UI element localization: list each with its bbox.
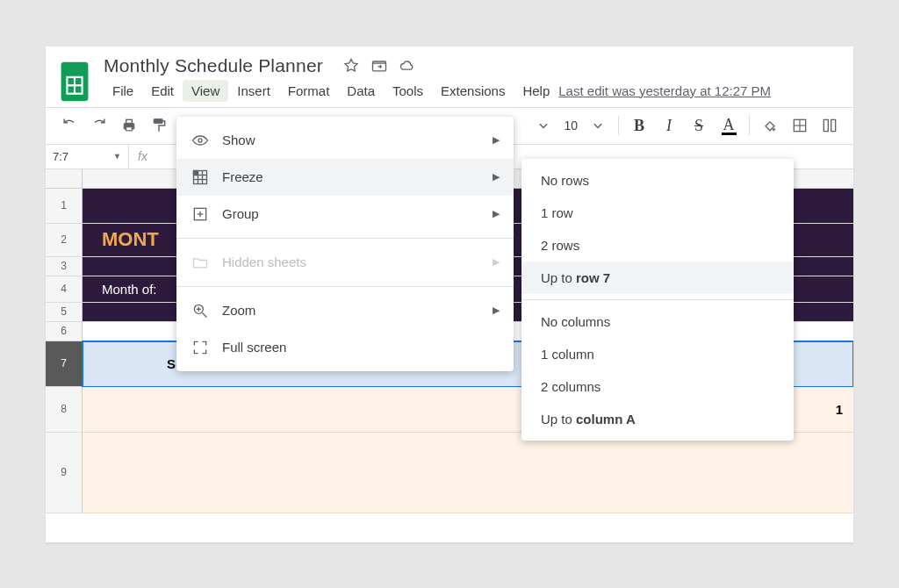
separator <box>618 116 619 135</box>
folder-icon <box>191 253 210 272</box>
menu-edit[interactable]: Edit <box>142 80 183 102</box>
menu-format[interactable]: Format <box>279 80 339 102</box>
bold-button[interactable]: B <box>626 112 652 139</box>
freeze-menu-item[interactable]: No columns <box>521 305 794 338</box>
freeze-menu-item[interactable]: Up to row 7 <box>521 262 794 294</box>
paint-format-icon[interactable] <box>146 112 172 139</box>
view-menu: Show▶Freeze▶Group▶Hidden sheets▶Zoom▶Ful… <box>176 117 514 371</box>
row-header[interactable]: 7 <box>46 341 83 387</box>
select-all-corner[interactable] <box>46 169 83 188</box>
move-to-icon[interactable] <box>370 57 388 75</box>
menu-file[interactable]: File <box>104 80 142 102</box>
menu-divider <box>176 286 514 287</box>
cell[interactable] <box>515 433 853 513</box>
menu-divider <box>521 299 794 300</box>
svg-line-23 <box>203 312 207 317</box>
menu-label: Up to column A <box>541 412 636 427</box>
menu-label: Group <box>222 206 259 221</box>
menu-label: Full screen <box>222 340 286 355</box>
name-box[interactable]: 7:7 ▼ <box>46 150 128 163</box>
menu-label: 1 row <box>541 205 573 220</box>
view-menu-item: Hidden sheets▶ <box>176 244 514 281</box>
row-header[interactable]: 3 <box>46 257 83 276</box>
strike-button[interactable]: S <box>686 112 712 139</box>
menu-help[interactable]: Help <box>514 80 558 102</box>
cell[interactable] <box>298 433 514 513</box>
merge-icon[interactable] <box>816 112 843 139</box>
row-header[interactable]: 1 <box>46 189 83 224</box>
menu-label: 2 rows <box>541 238 579 253</box>
chevron-right-icon: ▶ <box>493 171 500 183</box>
menu-label: Freeze <box>222 169 263 184</box>
fx-label: fx <box>128 145 156 169</box>
menu-bar: FileEditViewInsertFormatDataToolsExtensi… <box>104 76 780 109</box>
sheets-logo[interactable] <box>58 55 91 108</box>
svg-rect-18 <box>194 170 198 175</box>
freeze-submenu: No rows1 row2 rowsUp to row 7No columns1… <box>521 159 794 441</box>
font-caret-icon[interactable] <box>530 112 557 139</box>
svg-rect-8 <box>154 119 162 124</box>
app-window: Monthly Schedule Planner FileEditViewIns… <box>46 47 853 542</box>
font-size-value[interactable]: 10 <box>558 118 583 133</box>
row-header[interactable]: 6 <box>46 322 83 341</box>
edit-history-link[interactable]: Last edit was yesterday at 12:27 PM <box>558 83 771 98</box>
menu-label: 2 columns <box>541 379 601 394</box>
view-menu-item[interactable]: Freeze▶ <box>176 159 514 196</box>
row-header[interactable]: 9 <box>46 433 83 513</box>
freeze-menu-item[interactable]: 1 row <box>521 197 794 229</box>
cell[interactable] <box>298 387 514 433</box>
font-size-caret-icon[interactable] <box>585 112 611 139</box>
menu-extensions[interactable]: Extensions <box>432 80 514 102</box>
row-header[interactable]: 4 <box>46 276 83 303</box>
menu-data[interactable]: Data <box>338 80 384 102</box>
cell[interactable] <box>83 433 298 513</box>
view-menu-item[interactable]: Show▶ <box>176 122 514 159</box>
fullscreen-icon <box>191 338 210 357</box>
menu-label: Show <box>222 133 255 147</box>
title-bar: Monthly Schedule Planner FileEditViewIns… <box>46 47 853 109</box>
document-title[interactable]: Monthly Schedule Planner <box>104 55 323 76</box>
menu-insert[interactable]: Insert <box>228 80 279 102</box>
eye-icon <box>191 131 210 150</box>
chevron-right-icon: ▶ <box>493 305 500 316</box>
cloud-status-icon[interactable] <box>399 57 416 75</box>
freeze-menu-item[interactable]: 2 rows <box>521 229 794 262</box>
menu-view[interactable]: View <box>183 80 228 102</box>
undo-icon[interactable] <box>56 112 83 139</box>
view-menu-item[interactable]: Group▶ <box>176 196 514 233</box>
name-box-value: 7:7 <box>53 150 68 163</box>
chevron-right-icon: ▶ <box>493 134 500 146</box>
italic-button[interactable]: I <box>656 112 682 139</box>
menu-label: Up to row 7 <box>541 270 610 285</box>
freeze-icon <box>191 168 210 187</box>
chevron-right-icon: ▶ <box>493 256 500 268</box>
menu-label: Zoom <box>222 303 255 318</box>
view-menu-item[interactable]: Zoom▶ <box>176 292 514 329</box>
svg-point-12 <box>198 138 202 141</box>
print-icon[interactable] <box>116 112 142 139</box>
plus-box-icon <box>191 204 210 224</box>
freeze-menu-item[interactable]: 1 column <box>521 338 794 370</box>
row-header[interactable]: 5 <box>46 303 83 322</box>
menu-label: 1 column <box>541 347 594 362</box>
freeze-menu-item[interactable]: No rows <box>521 164 794 197</box>
text-color-button[interactable]: A <box>716 112 742 139</box>
separator <box>749 116 750 135</box>
star-icon[interactable] <box>342 57 360 75</box>
chevron-right-icon: ▶ <box>493 208 500 219</box>
fill-color-icon[interactable] <box>757 112 783 139</box>
row-header[interactable]: 2 <box>46 224 83 257</box>
borders-icon[interactable] <box>787 112 813 139</box>
caret-down-icon: ▼ <box>113 152 121 161</box>
cell[interactable] <box>83 387 298 433</box>
redo-icon[interactable] <box>86 112 112 139</box>
row-header[interactable]: 8 <box>46 387 83 433</box>
freeze-menu-item[interactable]: Up to column A <box>521 403 794 435</box>
freeze-menu-item[interactable]: 2 columns <box>521 370 794 403</box>
view-menu-item[interactable]: Full screen <box>176 329 514 366</box>
svg-rect-7 <box>126 127 133 131</box>
menu-tools[interactable]: Tools <box>384 80 432 102</box>
menu-label: Hidden sheets <box>222 255 306 269</box>
menu-label: No rows <box>541 173 589 188</box>
menu-label: No columns <box>541 314 610 329</box>
